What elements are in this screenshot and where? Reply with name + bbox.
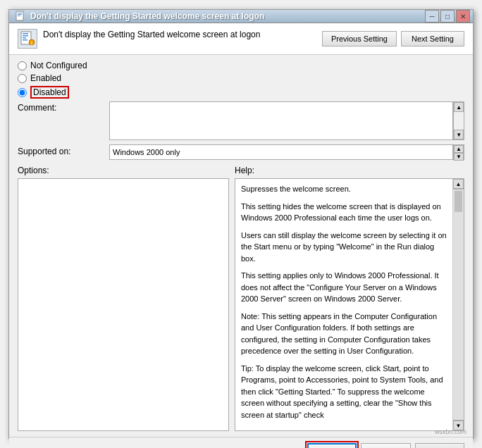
supported-scroll-down[interactable]: ▼ [454,153,464,161]
svg-rect-2 [18,14,22,15]
help-para-2: This setting hides the welcome screen th… [241,201,447,224]
header-left: ! Don't display the Getting Started welc… [18,29,322,49]
options-section: Options: [18,166,229,431]
header-policy-icon: ! [18,29,37,49]
scroll-track [454,112,464,130]
supported-on-label: Supported on: [18,144,109,156]
supported-row: Supported on: Windows 2000 only ▲ ▼ [18,144,464,160]
apply-button[interactable]: Apply [415,443,464,448]
cancel-button[interactable]: Cancel [361,443,411,448]
next-setting-button[interactable]: Next Setting [401,31,464,46]
title-bar: Don't display the Getting Started welcom… [9,10,473,23]
disabled-radio[interactable] [18,88,27,97]
supported-scrollbar: ▲ ▼ [453,144,464,160]
enabled-radio[interactable] [18,74,27,83]
supported-scroll-up[interactable]: ▲ [454,145,464,153]
help-text-area: Supresses the welcome screen. This setti… [235,179,452,430]
comment-input[interactable] [109,101,453,140]
minimize-button[interactable]: ─ [425,10,439,23]
radio-section: Not Configured Enabled Disabled [18,61,464,99]
not-configured-label: Not Configured [30,61,87,70]
radio-column: Not Configured Enabled Disabled [18,61,109,99]
content-area: Not Configured Enabled Disabled Comment: [9,55,473,437]
policy-icon [15,11,26,22]
scroll-down-arrow[interactable]: ▼ [454,130,464,139]
ok-button[interactable]: OK [307,443,357,448]
help-para-3: Users can still display the welcome scre… [241,230,447,265]
title-text: Don't display the Getting Started welcom… [30,11,264,21]
supported-on-value: Windows 2000 only [109,144,453,160]
help-label: Help: [235,166,464,175]
comment-row: Comment: ▲ ▼ [18,101,464,140]
dialog-window: Don't display the Getting Started welcom… [8,9,474,439]
options-box [18,178,229,431]
svg-text:!: ! [31,41,32,46]
svg-rect-6 [23,35,28,37]
svg-rect-7 [23,37,26,39]
svg-rect-1 [18,13,22,13]
svg-rect-8 [23,39,27,41]
comment-label: Comment: [18,101,109,113]
help-scroll-thumb[interactable] [455,191,462,212]
enabled-radio-item: Enabled [18,73,109,83]
title-controls: ─ □ ✕ [425,10,470,23]
supported-area-wrap: Windows 2000 only ▲ ▼ [109,144,464,160]
svg-rect-3 [18,15,20,16]
not-configured-radio-item: Not Configured [18,61,109,70]
comment-scrollbar[interactable]: ▲ ▼ [453,101,464,140]
help-scroll-up[interactable]: ▲ [453,179,464,189]
options-label: Options: [18,166,229,175]
help-scrollbar[interactable]: ▲ ▼ [452,179,464,430]
help-section: Help: Supresses the welcome screen. This… [235,166,464,431]
help-para-5: Note: This setting appears in the Comput… [241,311,447,357]
options-help-row: Options: Help: Supresses the welcome scr… [18,166,464,431]
scroll-up-arrow[interactable]: ▲ [454,102,464,112]
previous-setting-button[interactable]: Previous Setting [322,31,397,46]
header-title-text: Don't display the Getting Started welcom… [43,29,260,41]
title-bar-left: Don't display the Getting Started welcom… [15,11,264,22]
help-para-1: Supresses the welcome screen. [241,183,447,195]
header-buttons: Previous Setting Next Setting [322,31,464,46]
bottom-bar: OK Cancel Apply [9,437,473,448]
disabled-box: Disabled [30,86,69,99]
help-content-wrapper: Supresses the welcome screen. This setti… [235,178,464,431]
close-button[interactable]: ✕ [456,10,470,23]
svg-rect-5 [23,33,28,35]
disabled-radio-item: Disabled [18,86,109,99]
enabled-label: Enabled [30,73,61,83]
maximize-button[interactable]: □ [440,10,455,23]
help-para-4: This setting applies only to Windows 200… [241,270,447,305]
help-scroll-track [453,189,464,421]
disabled-label: Disabled [33,87,66,97]
comment-area-wrap: ▲ ▼ [109,101,464,140]
header-section: ! Don't display the Getting Started welc… [9,23,473,55]
not-configured-radio[interactable] [18,61,27,70]
help-para-6: Tip: To display the welcome screen, clic… [241,363,447,421]
